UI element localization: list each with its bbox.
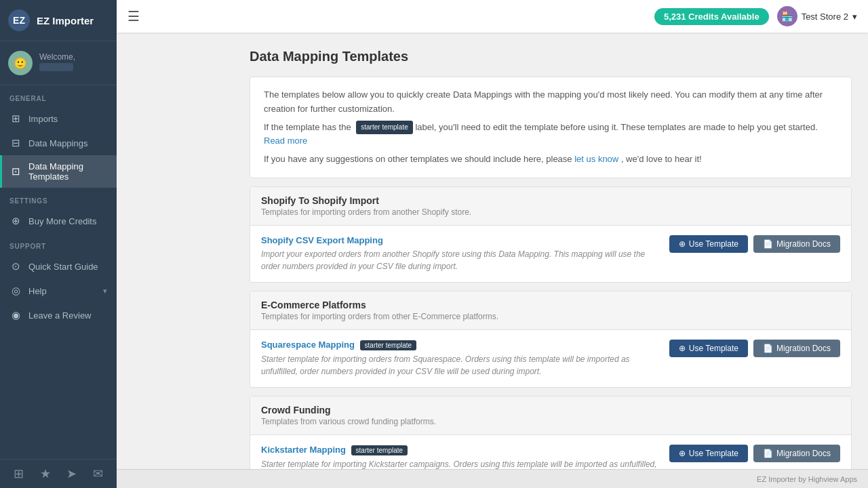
description-line-3: If you have any suggestions on other tem… xyxy=(264,152,837,167)
read-more-link[interactable]: Read more xyxy=(264,136,307,146)
let-us-know-link[interactable]: let us know xyxy=(574,154,618,164)
footer-email-icon[interactable]: ✉ xyxy=(93,466,103,481)
kickstarter-use-template-button[interactable]: ⊕ Use Template xyxy=(669,445,748,462)
migration-docs-icon: 📄 xyxy=(763,449,773,458)
sidebar-item-data-mappings-label: Data Mappings xyxy=(28,138,87,148)
kickstarter-title: Kickstarter Mapping starter template xyxy=(261,445,658,455)
shopify-csv-desc: Import your exported orders from another… xyxy=(261,248,658,272)
sidebar-support-section: SUPPORT xyxy=(0,233,117,254)
sidebar-item-quick-start-guide[interactable]: ⊙ Quick Start Guide xyxy=(0,254,117,279)
sidebar-item-help[interactable]: ◎ Help ▾ xyxy=(0,279,117,303)
ecommerce-section-desc: Templates for importing orders from othe… xyxy=(261,312,840,321)
shopify-section-title: Shopify To Shopify Import xyxy=(261,195,840,206)
ecommerce-section-title: E-Commerce Platforms xyxy=(261,300,840,310)
use-template-icon: ⊕ xyxy=(679,449,686,458)
shopify-section-header: Shopify To Shopify Import Templates for … xyxy=(250,187,851,226)
main-content: Data Mapping Templates The templates bel… xyxy=(233,33,868,488)
use-template-icon: ⊕ xyxy=(679,239,686,249)
sidebar-item-buy-more-credits[interactable]: ⊕ Buy More Credits xyxy=(0,209,117,233)
store-name: Test Store 2 xyxy=(802,12,848,22)
description-block: The templates below allow you to quickly… xyxy=(250,77,852,178)
help-chevron-icon: ▾ xyxy=(103,287,107,296)
sidebar-item-quick-start-label: Quick Start Guide xyxy=(28,262,98,272)
template-item-shopify-csv: Shopify CSV Export Mapping Import your e… xyxy=(250,226,851,282)
data-mappings-icon: ⊟ xyxy=(9,137,22,149)
use-template-icon: ⊕ xyxy=(679,344,686,353)
desc3-pre: If you have any suggestions on other tem… xyxy=(264,154,572,164)
sidebar-footer: ⊞ ★ ➤ ✉ xyxy=(0,459,117,488)
sidebar-item-imports[interactable]: ⊞ Imports xyxy=(0,106,117,131)
topbar-right: 5,231 Credits Available 🏪 Test Store 2 ▾ xyxy=(654,6,857,26)
kickstarter-starter-badge: starter template xyxy=(351,445,408,455)
squarespace-title: Squarespace Mapping starter template xyxy=(261,340,658,350)
shopify-csv-migration-docs-button[interactable]: 📄 Migration Docs xyxy=(753,235,840,253)
desc3-post: , we'd love to hear it! xyxy=(621,154,702,164)
sidebar-item-imports-label: Imports xyxy=(28,114,58,124)
sidebar-item-help-label: Help xyxy=(28,286,47,296)
crowdfunding-section-title: Crowd Funding xyxy=(261,405,840,415)
store-avatar-icon: 🏪 xyxy=(777,6,797,26)
shopify-csv-title: Shopify CSV Export Mapping xyxy=(261,235,658,245)
squarespace-use-template-button[interactable]: ⊕ Use Template xyxy=(669,340,748,357)
sidebar-item-data-mapping-templates-label: Data Mapping Templates xyxy=(28,161,107,182)
store-selector[interactable]: 🏪 Test Store 2 ▾ xyxy=(777,6,857,26)
footer-bar: EZ Importer by Highview Apps xyxy=(117,469,868,488)
sidebar-item-leave-review[interactable]: ◉ Leave a Review xyxy=(0,303,117,327)
squarespace-actions: ⊕ Use Template 📄 Migration Docs xyxy=(669,340,840,357)
migration-docs-icon: 📄 xyxy=(763,239,773,249)
kickstarter-migration-docs-button[interactable]: 📄 Migration Docs xyxy=(753,445,840,462)
app-title: EZ Importer xyxy=(37,15,94,26)
migration-docs-icon: 📄 xyxy=(763,344,773,353)
crowdfunding-section-header: Crowd Funding Templates from various cro… xyxy=(250,396,851,435)
sidebar-item-buy-more-credits-label: Buy More Credits xyxy=(28,216,96,226)
template-section-shopify: Shopify To Shopify Import Templates for … xyxy=(250,186,852,283)
leave-review-icon: ◉ xyxy=(9,309,22,321)
sidebar-settings-section: SETTINGS xyxy=(0,188,117,209)
user-welcome-label: Welcome, xyxy=(39,52,75,62)
crowdfunding-section-desc: Templates from various crowd funding pla… xyxy=(261,417,840,426)
topbar: ☰ 5,231 Credits Available 🏪 Test Store 2… xyxy=(117,0,868,33)
shopify-csv-actions: ⊕ Use Template 📄 Migration Docs xyxy=(669,235,840,253)
footer-grid-icon[interactable]: ⊞ xyxy=(14,466,24,481)
shopify-section-desc: Templates for importing orders from anot… xyxy=(261,207,840,217)
squarespace-starter-badge: starter template xyxy=(360,340,416,350)
footer-star-icon[interactable]: ★ xyxy=(40,466,51,481)
sidebar-header: EZ EZ Importer xyxy=(0,0,117,41)
sidebar-item-leave-review-label: Leave a Review xyxy=(28,310,92,321)
credits-badge[interactable]: 5,231 Credits Available xyxy=(654,8,769,25)
squarespace-desc: Starter template for importing orders fr… xyxy=(261,353,658,378)
template-item-squarespace: Squarespace Mapping starter template Sta… xyxy=(250,330,851,387)
template-item-left: Squarespace Mapping starter template Sta… xyxy=(261,340,658,378)
user-name xyxy=(39,63,73,71)
imports-icon: ⊞ xyxy=(9,113,22,125)
description-line-2: If the template has the starter template… xyxy=(264,121,837,149)
desc2-pre: If the template has the xyxy=(264,122,351,132)
template-section-ecommerce: E-Commerce Platforms Templates for impor… xyxy=(250,291,852,388)
sidebar: EZ EZ Importer 🙂 Welcome, GENERAL ⊞ Impo… xyxy=(0,0,117,488)
description-line-1: The templates below allow you to quickly… xyxy=(264,88,837,117)
hamburger-menu-icon[interactable]: ☰ xyxy=(127,8,140,24)
app-logo-icon: EZ xyxy=(8,9,30,31)
data-mapping-templates-icon: ⊡ xyxy=(9,165,22,178)
shopify-csv-use-template-button[interactable]: ⊕ Use Template xyxy=(669,235,748,253)
quick-start-icon: ⊙ xyxy=(9,260,22,272)
squarespace-migration-docs-button[interactable]: 📄 Migration Docs xyxy=(753,340,840,357)
buy-credits-icon: ⊕ xyxy=(9,215,22,227)
sidebar-item-data-mappings[interactable]: ⊟ Data Mappings xyxy=(0,131,117,155)
sidebar-user: 🙂 Welcome, xyxy=(0,41,117,85)
template-item-left: Shopify CSV Export Mapping Import your e… xyxy=(261,235,658,272)
footer-navigation-icon[interactable]: ➤ xyxy=(66,466,77,481)
page-title: Data Mapping Templates xyxy=(250,49,852,64)
sidebar-general-section: GENERAL xyxy=(0,85,117,106)
desc2-post: label, you'll need to edit the template … xyxy=(415,122,817,132)
store-chevron-icon: ▾ xyxy=(852,12,857,22)
starter-template-badge: starter template xyxy=(356,121,412,134)
avatar: 🙂 xyxy=(8,51,33,75)
footer-text: EZ Importer by Highview Apps xyxy=(757,475,857,483)
help-icon: ◎ xyxy=(9,285,22,297)
kickstarter-actions: ⊕ Use Template 📄 Migration Docs xyxy=(669,445,840,462)
ecommerce-section-header: E-Commerce Platforms Templates for impor… xyxy=(250,291,851,330)
sidebar-item-data-mapping-templates[interactable]: ⊡ Data Mapping Templates xyxy=(0,155,117,188)
